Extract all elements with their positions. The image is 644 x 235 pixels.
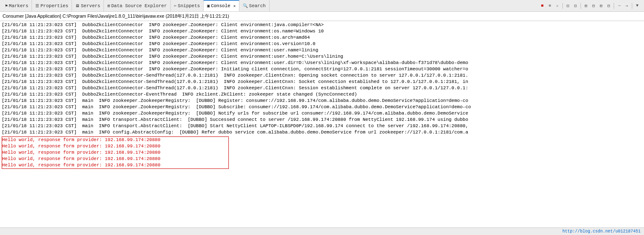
log-line: [21/01/18 11:21:23:023 CST] main INFO zo… — [2, 110, 642, 117]
log-line: [21/01/18 11:21:23:023 CST] DubboZkclien… — [2, 85, 642, 91]
toolbar-separator — [632, 3, 632, 9]
tab-bar-left: ⚑Markers☰Properties🖥Servers⊞Data Source … — [2, 0, 270, 11]
log-line: [21/01/18 11:21:23:023 CST] DubboZkclien… — [2, 60, 642, 66]
copy-button-2[interactable]: ⊡ — [572, 3, 579, 9]
status-url: http://blog.csdn.net/u012187451 — [562, 229, 641, 234]
status-bar: http://blog.csdn.net/u012187451 — [0, 227, 644, 235]
snippets-label: Snippets — [178, 3, 200, 8]
log-line: [21/01/18 11:21:23:023 CST] DubboZkclien… — [2, 28, 642, 35]
servers-icon: 🖥 — [75, 3, 80, 8]
log-line: [21/01/18 11:21:23:023 CST] DubboZkclien… — [2, 53, 642, 60]
log-line: [21/01/18 11:21:23:023 CST] main INFO tr… — [2, 123, 642, 129]
console-lines: [21/01/18 11:21:23:023 CST] DubboZkclien… — [0, 21, 644, 171]
layout-btn-4[interactable]: ⊟ — [605, 3, 612, 9]
tab-search[interactable]: 🔍Search — [239, 0, 270, 11]
search-icon: 🔍 — [243, 3, 248, 8]
log-line: [21/01/18 11:21:23:023 CST] DubboZkclien… — [2, 41, 642, 47]
toolbar-buttons: ■■✕⊡⊡⊞⊟⊞⊟→⇒▼ — [539, 3, 642, 9]
tab-markers[interactable]: ⚑Markers — [2, 0, 32, 11]
tab-properties[interactable]: ☰Properties — [32, 0, 72, 11]
snippets-icon: ✂ — [174, 3, 177, 8]
log-line: [21/01/18 11:21:23:023 CST] DubboZkclien… — [2, 35, 642, 41]
tab-snippets[interactable]: ✂Snippets — [171, 0, 204, 11]
markers-icon: ⚑ — [5, 3, 8, 8]
tab-console[interactable]: ▣Console✕ — [204, 0, 239, 11]
log-line: [21/01/18 11:21:23:023 CST] main INFO zo… — [2, 98, 642, 104]
toolbar-separator — [562, 3, 563, 9]
layout-btn-2[interactable]: ⊟ — [590, 3, 597, 9]
layout-btn-1[interactable]: ⊞ — [583, 3, 589, 9]
toolbar-separator — [580, 3, 581, 9]
properties-icon: ☰ — [35, 3, 39, 8]
log-line: [21/01/18 11:21:23:023 CST] DubboZkclien… — [2, 22, 642, 28]
stop-gray-button[interactable]: ■ — [546, 3, 553, 9]
log-line: [21/01/18 11:21:23:023 CST] DubboZkclien… — [2, 79, 642, 85]
toolbar-separator — [614, 3, 614, 9]
tab-servers[interactable]: 🖥Servers — [72, 0, 104, 11]
log-line: [21/01/18 11:21:23:023 CST] DubboZkclien… — [2, 47, 642, 53]
data-source-explorer-label: Data Source Explorer — [111, 3, 167, 8]
log-line: [21/01/18 11:21:23:023 CST] main INFO co… — [2, 129, 642, 136]
stop-red-button[interactable]: ■ — [539, 3, 546, 9]
tab-bar: ⚑Markers☰Properties🖥Servers⊞Data Source … — [0, 0, 644, 12]
log-line: [21/01/18 11:21:23:023 CST] main INFO tr… — [2, 117, 642, 123]
highlighted-log-line: Hello world, response form provider: 192… — [2, 150, 228, 156]
highlighted-log-line: Hello world, response form provider: 192… — [2, 162, 228, 168]
properties-label: Properties — [40, 3, 68, 8]
log-line: [21/01/18 11:21:23:023 CST] DubboZkclien… — [2, 91, 642, 98]
arrow-btn-2[interactable]: ⇒ — [623, 3, 630, 9]
search-label: Search — [249, 3, 266, 8]
highlighted-log-line: Hello world, response form provider: 192… — [2, 137, 228, 143]
log-line: [21/01/18 11:21:23:023 CST] main INFO zo… — [2, 104, 642, 110]
copy-button-1[interactable]: ⊡ — [564, 3, 571, 9]
servers-label: Servers — [81, 3, 100, 8]
console-header-text: Consumer [Java Application] C:\Program F… — [3, 13, 229, 19]
tab-data-source-explorer[interactable]: ⊞Data Source Explorer — [104, 0, 170, 11]
layout-btn-3[interactable]: ⊞ — [598, 3, 604, 9]
console-content[interactable]: [21/01/18 11:21:23:023 CST] DubboZkclien… — [0, 21, 644, 227]
data-source-explorer-icon: ⊞ — [107, 3, 110, 8]
disconnect-button[interactable]: ✕ — [554, 3, 561, 9]
highlighted-log-line: Hello world, response form provider: 192… — [2, 143, 228, 150]
console-icon: ▣ — [207, 3, 209, 8]
highlighted-log-line: Hello world, response form provider: 192… — [2, 156, 228, 162]
chevron-down-button[interactable]: ▼ — [634, 3, 641, 9]
log-line: [21/01/18 11:21:23:023 CST] DubboZkclien… — [2, 66, 642, 72]
arrow-btn-1[interactable]: → — [616, 3, 623, 9]
console-label: Console — [211, 3, 230, 8]
markers-label: Markers — [9, 3, 28, 8]
log-line: [21/01/18 11:21:23:023 CST] DubboZkclien… — [2, 72, 642, 79]
console-close-icon[interactable]: ✕ — [233, 4, 236, 8]
console-header: Consumer [Java Application] C:\Program F… — [0, 12, 644, 21]
highlighted-block: Hello world, response form provider: 192… — [2, 136, 229, 169]
